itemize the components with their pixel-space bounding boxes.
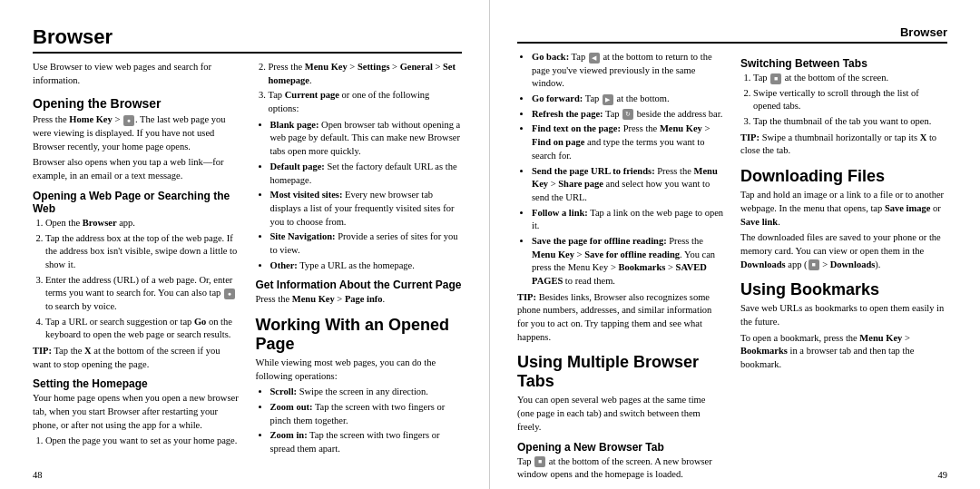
- setting-step-3: Tap Current page or one of the following…: [269, 89, 463, 115]
- home-icon: ●: [123, 115, 134, 126]
- setting-step-1: Open the page you want to set as your ho…: [45, 435, 240, 448]
- right-col-2: Switching Between Tabs Tap ■ at the bott…: [740, 51, 947, 484]
- section-downloading-heading: Downloading Files: [740, 167, 947, 186]
- option-site-nav: Site Navigation: Provide a series of sit…: [270, 230, 463, 257]
- section-switch-tabs-heading: Switching Between Tabs: [740, 57, 947, 70]
- option-default: Default page: Set the factory default UR…: [270, 161, 463, 187]
- option-most-visited: Most visited sites: Every new browser ta…: [270, 189, 463, 229]
- right-col-1: Go back: Tap ◀ at the bottom to return t…: [517, 51, 724, 484]
- left-columns: Use Browser to view web pages and search…: [33, 61, 462, 459]
- left-page-header: Browser: [33, 25, 462, 54]
- section-working-heading: Working With an Opened Page: [256, 316, 463, 354]
- left-page: Browser Use Browser to view web pages an…: [0, 0, 490, 489]
- homepage-options: Blank page: Open browser tab without ope…: [270, 119, 463, 273]
- opening-web-steps: Open the Browser app. Tap the address bo…: [45, 217, 240, 342]
- left-page-title: Browser: [33, 25, 462, 49]
- bullet-refresh: Refresh the page: Tap ↻ beside the addre…: [532, 108, 724, 122]
- opening-browser-para2: Browser also opens when you tap a web li…: [33, 156, 240, 182]
- refresh-icon: ↻: [622, 109, 633, 120]
- step-2: Tap the address box at the top of the we…: [45, 232, 240, 272]
- right-page: Browser Go back: Tap ◀ at the bottom to …: [490, 0, 980, 489]
- left-col-1: Use Browser to view web pages and search…: [33, 61, 240, 459]
- section-get-info-heading: Get Information About the Current Page: [256, 279, 463, 291]
- back-icon: ◀: [589, 53, 600, 64]
- downloading-para2: The downloaded files are saved to your p…: [740, 231, 947, 271]
- switch-step-2: Swipe vertically to scroll through the l…: [753, 87, 947, 113]
- right-page-header: Browser: [517, 25, 947, 44]
- bullet-go-forward: Go forward: Tap ▶ at the bottom.: [532, 93, 724, 106]
- tip-stop-opening: TIP: Tap the X at the bottom of the scre…: [33, 345, 240, 371]
- tip-besides-links: TIP: Besides links, Browser also recogni…: [517, 291, 724, 345]
- switch-step-1: Tap ■ at the bottom of the screen.: [753, 72, 947, 85]
- setting-homepage-steps-cont: Press the Menu Key > Settings > General …: [269, 61, 463, 116]
- right-columns: Go back: Tap ◀ at the bottom to return t…: [517, 51, 947, 484]
- option-other: Other: Type a URL as the homepage.: [270, 259, 463, 273]
- switch-step-3: Tap the thumbnail of the tab you want to…: [753, 115, 947, 129]
- section-opening-web-heading: Opening a Web Page or Searching the Web: [33, 190, 240, 215]
- opening-browser-para1: Press the Home Key > ●. The last web pag…: [33, 113, 240, 153]
- step-4: Tap a URL or search suggestion or tap Go…: [45, 316, 240, 342]
- option-blank: Blank page: Open browser tab without ope…: [270, 119, 463, 159]
- right-bullets-top: Go back: Tap ◀ at the bottom to return t…: [532, 51, 724, 289]
- setting-homepage-steps: Open the page you want to set as your ho…: [45, 435, 240, 448]
- right-page-title: Browser: [900, 25, 947, 39]
- downloads-icon: ■: [808, 259, 819, 270]
- switch-tabs-steps: Tap ■ at the bottom of the screen. Swipe…: [753, 72, 947, 129]
- get-info-para: Press the Menu Key > Page info.: [256, 293, 463, 307]
- bookmarks-para1: Save web URLs as bookmarks to open them …: [740, 302, 947, 328]
- multiple-tabs-para: You can open several web pages at the sa…: [517, 394, 724, 434]
- section-opening-browser-heading: Opening the Browser: [33, 96, 240, 111]
- mic-icon: ●: [224, 289, 235, 299]
- tip-swipe-thumbnail: TIP: Swipe a thumbnail horizontally or t…: [740, 132, 947, 158]
- right-page-number: 49: [938, 470, 948, 480]
- bullet-zoom-in: Zoom in: Tap the screen with two fingers…: [270, 429, 463, 455]
- section-bookmarks-heading: Using Bookmarks: [740, 280, 947, 299]
- bullet-go-back: Go back: Tap ◀ at the bottom to return t…: [532, 51, 724, 91]
- forward-icon: ▶: [603, 94, 613, 105]
- working-bullets: Scroll: Swipe the screen in any directio…: [270, 386, 463, 455]
- bookmarks-para2: To open a bookmark, press the Menu Key >…: [740, 332, 947, 372]
- new-tab-icon: ■: [534, 456, 545, 467]
- section-setting-homepage-heading: Setting the Homepage: [33, 377, 240, 390]
- section-new-tab-heading: Opening a New Browser Tab: [517, 441, 724, 454]
- setting-step-2: Press the Menu Key > Settings > General …: [269, 61, 463, 87]
- left-page-number: 48: [33, 470, 43, 480]
- intro-text: Use Browser to view web pages and search…: [33, 61, 240, 87]
- new-tab-para: Tap ■ at the bottom of the screen. A new…: [517, 455, 724, 482]
- bullet-find-text: Find text on the page: Press the Menu Ke…: [532, 122, 724, 162]
- downloading-para1: Tap and hold an image or a link to a fil…: [740, 189, 947, 229]
- left-col-2: Press the Menu Key > Settings > General …: [256, 61, 463, 459]
- tabs-icon: ■: [770, 73, 781, 84]
- page-container: Browser Use Browser to view web pages an…: [0, 0, 980, 489]
- bullet-send-url: Send the page URL to friends: Press the …: [532, 165, 724, 205]
- bullet-follow-link: Follow a link: Tap a link on the web pag…: [532, 207, 724, 233]
- working-para1: While viewing most web pages, you can do…: [256, 357, 463, 383]
- bullet-zoom-out: Zoom out: Tap the screen with two finger…: [270, 401, 463, 427]
- bullet-scroll: Scroll: Swipe the screen in any directio…: [270, 386, 463, 399]
- step-1: Open the Browser app.: [45, 217, 240, 230]
- step-3: Enter the address (URL) of a web page. O…: [45, 274, 240, 314]
- setting-homepage-para1: Your home page opens when you open a new…: [33, 392, 240, 432]
- bullet-save-page: Save the page for offline reading: Press…: [532, 235, 724, 289]
- section-multiple-tabs-heading: Using Multiple Browser Tabs: [517, 353, 724, 391]
